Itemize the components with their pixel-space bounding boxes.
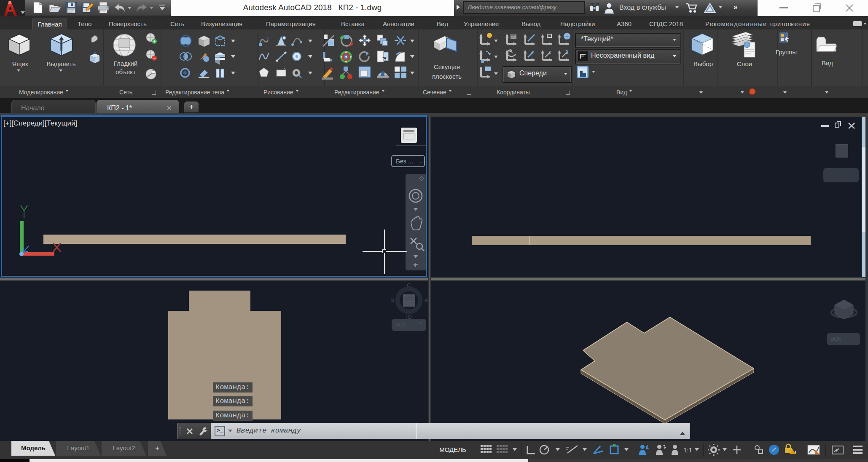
svg-text:!: ! <box>795 450 796 454</box>
svg-text:1:1: 1:1 <box>683 446 692 454</box>
svg-text:С: С <box>407 282 411 288</box>
svg-text:В: В <box>425 297 428 304</box>
svg-text:З: З <box>391 297 394 304</box>
